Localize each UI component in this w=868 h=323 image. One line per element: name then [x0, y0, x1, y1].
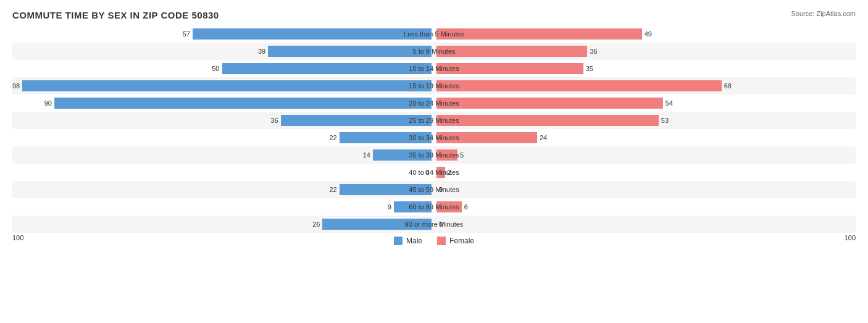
bar-label: 20 to 24 Minutes — [385, 99, 483, 107]
bar-row: 26 90 or more Minutes 0 — [12, 216, 856, 233]
female-value: 35 — [586, 65, 593, 72]
right-section: 0 — [434, 216, 856, 233]
bars-wrapper: 57 Less than 5 Minutes 49 39 5 to 9 Minu… — [12, 25, 856, 233]
legend-male: Male — [394, 237, 422, 245]
left-section: 26 — [12, 216, 434, 233]
male-value: 22 — [329, 186, 336, 193]
left-section: 39 — [12, 43, 434, 60]
bar-label: 30 to 34 Minutes — [385, 134, 483, 141]
right-section: 36 — [434, 43, 856, 60]
bar-row: 36 25 to 29 Minutes 53 — [12, 112, 856, 129]
male-value: 36 — [270, 117, 278, 124]
bar-row: 98 15 to 19 Minutes 68 — [12, 77, 856, 94]
bar-row: 39 5 to 9 Minutes 36 — [12, 43, 856, 60]
bar-label: 10 to 14 Minutes — [385, 65, 483, 72]
right-section: 0 — [434, 181, 856, 198]
bar-row: 22 45 to 59 Minutes 0 — [12, 181, 856, 198]
bar-label: 25 to 29 Minutes — [385, 117, 483, 124]
left-section: 50 — [12, 60, 434, 77]
left-section: 22 — [12, 129, 434, 146]
left-section: 14 — [12, 146, 434, 164]
left-section: 57 — [12, 25, 434, 43]
legend-male-label: Male — [406, 237, 422, 245]
right-section: 35 — [434, 60, 856, 77]
axis-right: 100 — [845, 234, 856, 245]
legend-female: Female — [437, 237, 474, 245]
bar-row: 0 40 to 44 Minutes 2 — [12, 164, 856, 181]
female-value: 54 — [666, 99, 673, 107]
female-value: 68 — [724, 82, 732, 90]
right-section: 53 — [434, 112, 856, 129]
female-value: 24 — [540, 134, 547, 141]
male-value: 22 — [329, 134, 336, 141]
bar-label: 35 to 39 Minutes — [385, 151, 483, 159]
left-section: 22 — [12, 181, 434, 198]
right-section: 68 — [434, 77, 856, 94]
bar-label: 60 to 89 Minutes — [385, 203, 483, 211]
bar-male — [54, 98, 432, 109]
bar-label: Less than 5 Minutes — [385, 30, 483, 38]
legend-male-box — [394, 237, 403, 245]
left-section: 36 — [12, 112, 434, 129]
axis-left: 100 — [12, 234, 23, 245]
bar-row: 50 10 to 14 Minutes 35 — [12, 60, 856, 77]
bar-label: 40 to 44 Minutes — [385, 169, 483, 176]
legend-female-box — [437, 237, 446, 245]
male-value: 90 — [44, 99, 52, 107]
chart-container: COMMUTE TIME BY SEX IN ZIP CODE 50830 So… — [0, 0, 868, 323]
male-value: 98 — [12, 82, 20, 90]
bar-row: 9 60 to 89 Minutes 6 — [12, 198, 856, 216]
bar-row: 22 30 to 34 Minutes 24 — [12, 129, 856, 146]
right-section: 2 — [434, 164, 856, 181]
left-section: 0 — [12, 164, 434, 181]
right-section: 6 — [434, 198, 856, 216]
male-value: 50 — [212, 65, 219, 72]
source-text: Source: ZipAtlas.com — [791, 10, 856, 17]
left-section: 98 — [12, 77, 434, 94]
right-section: 54 — [434, 94, 856, 112]
bar-male — [22, 80, 432, 91]
legend-female-label: Female — [449, 237, 474, 245]
female-value: 36 — [590, 48, 597, 55]
bar-row: 90 20 to 24 Minutes 54 — [12, 94, 856, 112]
right-section: 49 — [434, 25, 856, 43]
bar-label: 15 to 19 Minutes — [385, 82, 483, 90]
axis-labels: 100 Male Female 100 — [12, 234, 856, 245]
male-value: 39 — [258, 48, 265, 55]
female-value: 49 — [645, 30, 652, 38]
bar-label: 5 to 9 Minutes — [385, 48, 483, 55]
male-value: 14 — [363, 151, 370, 159]
bar-row: 14 35 to 39 Minutes 5 — [12, 146, 856, 164]
chart-title: COMMUTE TIME BY SEX IN ZIP CODE 50830 — [12, 10, 856, 20]
male-value: 57 — [183, 30, 190, 38]
right-section: 24 — [434, 129, 856, 146]
right-section: 5 — [434, 146, 856, 164]
female-value: 53 — [661, 117, 669, 124]
bar-row: 57 Less than 5 Minutes 49 — [12, 25, 856, 43]
left-section: 9 — [12, 198, 434, 216]
left-section: 90 — [12, 94, 434, 112]
bar-label: 45 to 59 Minutes — [385, 186, 483, 193]
bar-label: 90 or more Minutes — [385, 220, 483, 228]
legend: Male Female — [394, 237, 474, 245]
male-value: 26 — [312, 220, 320, 228]
